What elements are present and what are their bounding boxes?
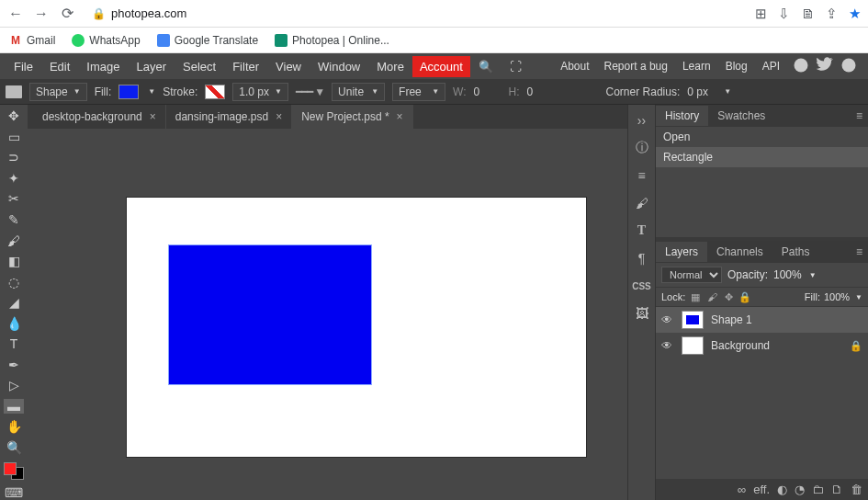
tab-new-project[interactable]: New Project.psd *× xyxy=(292,105,412,129)
canvas-viewport[interactable] xyxy=(28,129,627,500)
tab-desktop-background[interactable]: desktop-background× xyxy=(33,105,166,129)
tab-dansing-image[interactable]: dansing-image.psd× xyxy=(166,105,292,129)
pen-tool[interactable]: ✒ xyxy=(4,358,24,373)
delete-layer-icon[interactable]: 🗑 xyxy=(851,483,862,496)
tab-channels[interactable]: Channels xyxy=(707,242,772,262)
download-icon[interactable]: ⇩ xyxy=(778,6,790,22)
fill-caret-icon[interactable]: ▼ xyxy=(855,293,862,301)
eraser-tool[interactable]: ◌ xyxy=(4,274,24,290)
menu-more[interactable]: More xyxy=(368,56,412,77)
paragraph-panel-icon[interactable]: ¶ xyxy=(632,248,652,268)
twitter-icon[interactable] xyxy=(817,57,833,76)
combine-dropdown[interactable]: Unite▼ xyxy=(332,83,385,101)
width-field[interactable]: 0 xyxy=(474,85,502,98)
page-icon[interactable]: 🗎 xyxy=(801,6,815,22)
eyedropper-tool[interactable]: ✎ xyxy=(4,212,24,228)
lock-paint-icon[interactable]: 🖌 xyxy=(705,290,718,303)
search-icon[interactable]: 🔍 xyxy=(470,56,502,77)
blur-tool[interactable]: 💧 xyxy=(4,315,24,331)
brush-panel-icon[interactable]: 🖌 xyxy=(632,193,652,213)
panel-menu-icon[interactable]: ≡ xyxy=(851,109,868,122)
forward-button[interactable]: → xyxy=(33,6,50,22)
thumbnail-panel-icon[interactable]: 🖼 xyxy=(632,303,652,324)
character-panel-icon[interactable]: T xyxy=(632,221,652,241)
star-icon[interactable]: ★ xyxy=(849,6,861,22)
css-panel-icon[interactable]: CSS xyxy=(632,276,652,296)
close-icon[interactable]: × xyxy=(150,110,156,123)
artboard[interactable] xyxy=(127,198,586,457)
move-tool[interactable]: ✥ xyxy=(4,108,24,124)
share-icon[interactable]: ⇪ xyxy=(826,6,838,22)
link-learn[interactable]: Learn xyxy=(675,56,718,76)
bookmark-gmail[interactable]: MGmail xyxy=(9,34,55,47)
menu-layer[interactable]: Layer xyxy=(129,56,175,77)
magic-wand-tool[interactable]: ✦ xyxy=(4,171,24,187)
visibility-icon[interactable]: 👁 xyxy=(661,339,674,352)
fill-swatch[interactable] xyxy=(118,85,139,99)
history-item-open[interactable]: Open xyxy=(656,127,868,147)
panel-menu-icon[interactable]: ≡ xyxy=(851,245,868,258)
close-icon[interactable]: × xyxy=(397,110,403,123)
menu-window[interactable]: Window xyxy=(310,56,368,77)
layer-thumbnail[interactable] xyxy=(682,336,704,355)
shape-rectangle[interactable] xyxy=(169,245,371,384)
layer-fill-value[interactable]: 100% xyxy=(824,291,850,302)
tab-history[interactable]: History xyxy=(656,106,708,126)
tab-swatches[interactable]: Swatches xyxy=(708,106,774,126)
zoom-tool[interactable]: 🔍 xyxy=(4,440,24,456)
account-button[interactable]: Account xyxy=(412,56,470,77)
facebook-icon[interactable] xyxy=(840,57,857,76)
marquee-tool[interactable]: ▭ xyxy=(4,130,24,145)
fullscreen-icon[interactable]: ⛶ xyxy=(502,56,530,77)
stroke-width-field[interactable]: 1.0 px▼ xyxy=(232,83,288,101)
layer-thumbnail[interactable] xyxy=(682,311,704,329)
adjustment-layer-icon[interactable]: ◔ xyxy=(795,483,805,496)
menu-image[interactable]: Image xyxy=(78,56,128,77)
lock-all-icon[interactable]: 🔒 xyxy=(738,290,751,303)
back-button[interactable]: ← xyxy=(7,6,24,22)
info-panel-icon[interactable]: ⓘ xyxy=(632,138,652,158)
layer-shape-1[interactable]: 👁 Shape 1 xyxy=(656,307,868,333)
adjust-panel-icon[interactable]: ≡ xyxy=(632,165,652,186)
folder-icon[interactable]: 🗀 xyxy=(812,483,824,496)
layer-effects-icon[interactable]: eff. xyxy=(753,483,770,496)
new-layer-icon[interactable]: 🗋 xyxy=(831,483,843,496)
tab-layers[interactable]: Layers xyxy=(656,242,707,262)
stroke-swatch[interactable] xyxy=(205,85,225,99)
install-icon[interactable]: ⊞ xyxy=(755,6,767,22)
bookmark-google-translate[interactable]: Google Translate xyxy=(157,34,258,47)
crop-tool[interactable]: ✂ xyxy=(4,191,24,207)
opacity-caret-icon[interactable]: ▼ xyxy=(809,271,817,279)
link-about[interactable]: About xyxy=(553,56,596,76)
clone-tool[interactable]: ◧ xyxy=(4,254,24,269)
link-blog[interactable]: Blog xyxy=(718,56,755,76)
shape-mode-dropdown[interactable]: Shape▼ xyxy=(29,83,87,101)
corner-caret-icon[interactable]: ▼ xyxy=(724,87,731,96)
link-layers-icon[interactable]: ∞ xyxy=(738,483,746,496)
reddit-icon[interactable] xyxy=(793,57,809,76)
link-report-bug[interactable]: Report a bug xyxy=(597,56,675,76)
brush-tool[interactable]: 🖌 xyxy=(4,233,24,248)
quick-mask-icon[interactable]: ⌨ xyxy=(4,485,24,501)
align-dropdown[interactable]: Free▼ xyxy=(392,83,445,101)
opacity-value[interactable]: 100% xyxy=(773,268,802,281)
gradient-tool[interactable]: ◢ xyxy=(4,295,24,311)
lasso-tool[interactable]: ⊃ xyxy=(4,150,24,165)
close-icon[interactable]: × xyxy=(276,110,282,123)
menu-filter[interactable]: Filter xyxy=(224,56,267,77)
menu-select[interactable]: Select xyxy=(175,56,224,77)
menu-edit[interactable]: Edit xyxy=(41,56,78,77)
expand-icon[interactable]: ›› xyxy=(632,110,652,131)
bookmark-photopea[interactable]: Photopea | Online... xyxy=(275,34,389,47)
lock-position-icon[interactable]: ✥ xyxy=(722,290,735,303)
height-field[interactable]: 0 xyxy=(527,85,555,98)
corner-radius-field[interactable]: 0 px xyxy=(687,85,715,98)
bookmark-whatsapp[interactable]: WhatsApp xyxy=(72,34,140,47)
fill-caret-icon[interactable]: ▼ xyxy=(148,87,155,96)
visibility-icon[interactable]: 👁 xyxy=(661,313,674,326)
menu-file[interactable]: File xyxy=(6,56,41,77)
history-item-rectangle[interactable]: Rectangle xyxy=(656,147,868,167)
path-select-tool[interactable]: ▷ xyxy=(4,378,24,393)
reload-button[interactable]: ⟳ xyxy=(59,6,75,22)
tab-paths[interactable]: Paths xyxy=(772,242,819,262)
